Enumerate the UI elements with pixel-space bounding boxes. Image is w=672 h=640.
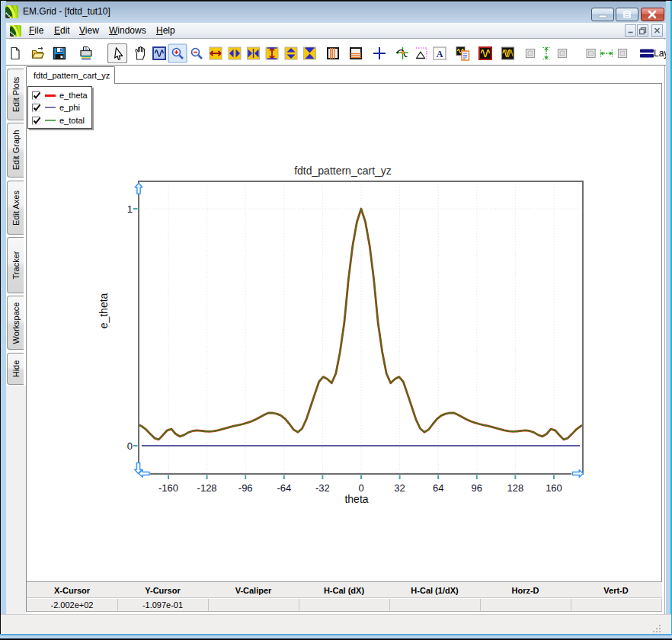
svg-text:-32: -32	[315, 482, 330, 494]
svg-text:160: 160	[546, 482, 562, 494]
svg-text:64: 64	[433, 482, 443, 494]
svg-text:128: 128	[507, 482, 524, 494]
svg-text:0: 0	[358, 482, 363, 494]
svg-text:-96: -96	[238, 482, 253, 494]
svg-text:-160: -160	[158, 482, 178, 494]
svg-text:theta: theta	[344, 493, 368, 505]
svg-text:-64: -64	[277, 482, 291, 494]
svg-text:96: 96	[472, 482, 482, 494]
svg-text:-128: -128	[197, 482, 217, 494]
svg-text:32: 32	[394, 482, 405, 494]
svg-text:1: 1	[127, 203, 133, 215]
svg-text:0: 0	[127, 440, 133, 452]
svg-text:fdtd_pattern_cart_yz: fdtd_pattern_cart_yz	[294, 165, 392, 177]
svg-text:e_theta: e_theta	[98, 293, 110, 328]
